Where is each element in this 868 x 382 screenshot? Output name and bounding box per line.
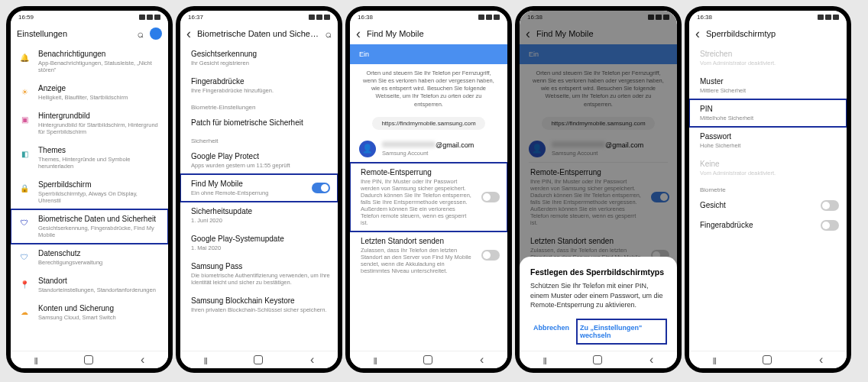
row-sub: 1. Juni 2020 xyxy=(191,217,330,224)
back-icon[interactable] xyxy=(186,27,191,40)
row-title: Letzten Standort senden xyxy=(361,237,474,246)
toggle[interactable] xyxy=(481,250,500,261)
account-row[interactable]: 👤 @gmail.com Samsung Account xyxy=(350,136,507,162)
list-item[interactable]: 🛡DatenschutzBerechtigungsverwaltung xyxy=(11,244,168,271)
list-item[interactable]: ◧ThemesThemes, Hintergründe und Symbole … xyxy=(11,141,168,175)
phone-4: 16:38 Find My Mobile Ein Orten und steue… xyxy=(515,6,682,373)
back-icon[interactable] xyxy=(356,27,361,40)
nav-recent[interactable] xyxy=(204,355,207,364)
dialog: Festlegen des Sperrbildschirmtyps Schütz… xyxy=(520,257,677,351)
row-title: Datenschutz xyxy=(38,249,160,258)
nav-home[interactable] xyxy=(593,355,602,364)
row-icon: 📍 xyxy=(18,278,31,290)
row-sub: Mittelhohe Sicherheit xyxy=(700,115,839,121)
row-sub: Ihre PIN, Ihr Muster oder Ihr Passwort w… xyxy=(361,178,474,226)
row-title: Sperrbildschirm xyxy=(38,180,160,189)
row-sub: Samsung Cloud, Smart Switch xyxy=(38,314,160,321)
list-item[interactable]: Gesicht xyxy=(689,196,847,215)
row-sub: Vom Administrator deaktiviert. xyxy=(700,60,839,66)
list-item[interactable]: Remote-EntsperrungIhre PIN, Ihr Muster o… xyxy=(350,163,507,231)
page-title: Find My Mobile xyxy=(367,29,501,38)
avatar[interactable] xyxy=(150,28,162,40)
go-to-settings-button[interactable]: Zu „Einstellungen" wechseln xyxy=(577,319,666,344)
row-sub: Ein ohne Remote-Entsperrung xyxy=(191,189,304,196)
list-item[interactable]: Google Play-Systemupdate1. Mai 2020 xyxy=(180,229,338,257)
list-item[interactable]: PINMittelhohe Sicherheit xyxy=(689,99,847,127)
back-icon[interactable] xyxy=(695,27,700,40)
clock: 16:37 xyxy=(188,14,203,21)
list-item[interactable]: ☁Konten und SicherungSamsung Cloud, Smar… xyxy=(11,299,168,326)
list-item[interactable]: KeineVom Administrator deaktiviert. xyxy=(689,154,847,182)
list-item[interactable]: MusterMittlere Sicherheit xyxy=(689,72,847,99)
list-item[interactable]: Patch für biometrische Sicherheit xyxy=(180,113,338,133)
row-sub: Apps wurden gestern um 11:55 geprüft xyxy=(191,162,330,169)
list-item[interactable]: ▣HintergrundbildHintergrundbild für Star… xyxy=(11,106,168,141)
section-header: Sicherheit xyxy=(180,133,338,147)
master-toggle-banner[interactable]: Ein xyxy=(350,44,507,64)
page-title: Sperrbildschirmtyp xyxy=(706,29,840,38)
list-item[interactable]: Letzten Standort sendenZulassen, dass Ih… xyxy=(350,231,507,280)
row-sub: 1. Mai 2020 xyxy=(191,244,330,251)
account-email: @gmail.com xyxy=(436,141,474,149)
clock: 16:38 xyxy=(358,14,373,21)
list-item[interactable]: GesichtserkennungIhr Gesicht registriere… xyxy=(180,44,338,72)
nav-home[interactable] xyxy=(423,355,432,364)
nav-home[interactable] xyxy=(763,355,772,364)
toggle[interactable] xyxy=(821,200,839,211)
list-item[interactable]: PasswortHohe Sicherheit xyxy=(689,127,847,154)
url-pill[interactable]: https://findmymobile.samsung.com xyxy=(372,117,484,130)
row-icon: ▣ xyxy=(18,113,31,125)
list-item[interactable]: Google Play ProtectApps wurden gestern u… xyxy=(180,147,338,174)
row-sub: Hohe Sicherheit xyxy=(700,142,839,149)
navbar xyxy=(689,351,847,368)
list-item[interactable]: Fingerabdrücke xyxy=(689,215,847,235)
row-sub: Vom Administrator deaktiviert. xyxy=(700,170,839,176)
nav-back[interactable] xyxy=(310,353,314,367)
list-item[interactable]: 🔔BenachrichtigungenApp-Benachrichtigunge… xyxy=(11,44,168,79)
toggle[interactable] xyxy=(821,220,839,231)
nav-recent[interactable] xyxy=(713,355,716,364)
nav-back[interactable] xyxy=(141,353,144,367)
statusbar: 16:37 xyxy=(180,11,338,23)
row-title: Samsung Pass xyxy=(191,262,330,271)
list-item[interactable]: 🛡Biometrische Daten und SicherheitGesich… xyxy=(11,209,168,244)
statusbar: 16:38 xyxy=(689,11,847,23)
row-title: Muster xyxy=(700,77,839,86)
appbar: Biometrische Daten und Sicherh... xyxy=(180,23,338,44)
list-item[interactable]: ☀AnzeigeHelligkeit, Blaufilter, Startbil… xyxy=(11,79,168,106)
nav-recent[interactable] xyxy=(543,355,546,364)
row-sub: Standorteinstellungen, Standortanforderu… xyxy=(38,286,160,293)
dialog-text: Schützen Sie Ihr Telefon mit einer PIN, … xyxy=(530,281,666,310)
row-sub: Gesichtserkennung, Fingerabdrücke, Find … xyxy=(38,225,160,238)
nav-home[interactable] xyxy=(254,355,263,364)
row-title: Konten und Sicherung xyxy=(38,304,160,313)
list-item[interactable]: StreichenVom Administrator deaktiviert. xyxy=(689,44,847,72)
list-item[interactable]: Samsung Blockchain KeystoreIhren private… xyxy=(180,291,338,319)
nav-back[interactable] xyxy=(649,353,653,367)
search-icon[interactable] xyxy=(326,28,332,40)
toggle[interactable] xyxy=(481,192,500,202)
list-item[interactable]: Find My MobileEin ohne Remote-Entsperrun… xyxy=(180,174,338,202)
cancel-button[interactable]: Abbrechen xyxy=(530,319,572,344)
list-item[interactable]: Sicherheitsupdate1. Juni 2020 xyxy=(180,202,338,229)
row-sub: Hintergrundbild für Startbildschirm, Hin… xyxy=(38,121,160,135)
list-item[interactable]: 📍StandortStandorteinstellungen, Standort… xyxy=(11,271,168,299)
nav-recent[interactable] xyxy=(34,355,37,364)
nav-back[interactable] xyxy=(480,353,484,367)
row-icon: 🔔 xyxy=(18,51,31,63)
row-title: Biometrische Daten und Sicherheit xyxy=(38,215,160,224)
row-sub: Ihren privaten Blockchain-Schlüssel sich… xyxy=(191,306,330,313)
row-title: Standort xyxy=(38,277,160,286)
list-item[interactable]: Samsung PassDie biometrische Authentifiz… xyxy=(180,257,338,291)
description: Orten und steuern Sie Ihr Telefon per Fe… xyxy=(350,64,507,114)
search-icon[interactable] xyxy=(138,28,144,40)
list-item[interactable]: FingerabdrückeIhre Fingerabdrücke hinzuf… xyxy=(180,72,338,99)
row-icon: 🛡 xyxy=(18,251,31,263)
navbar xyxy=(180,351,338,368)
nav-home[interactable] xyxy=(84,355,93,364)
nav-recent[interactable] xyxy=(374,355,377,364)
row-sub: Die biometrische Authentifizierung verwe… xyxy=(191,272,330,286)
toggle[interactable] xyxy=(312,183,330,193)
nav-back[interactable] xyxy=(819,353,823,367)
list-item[interactable]: 🔒SperrbildschirmSperrbildschirmtyp, Alwa… xyxy=(11,175,168,209)
